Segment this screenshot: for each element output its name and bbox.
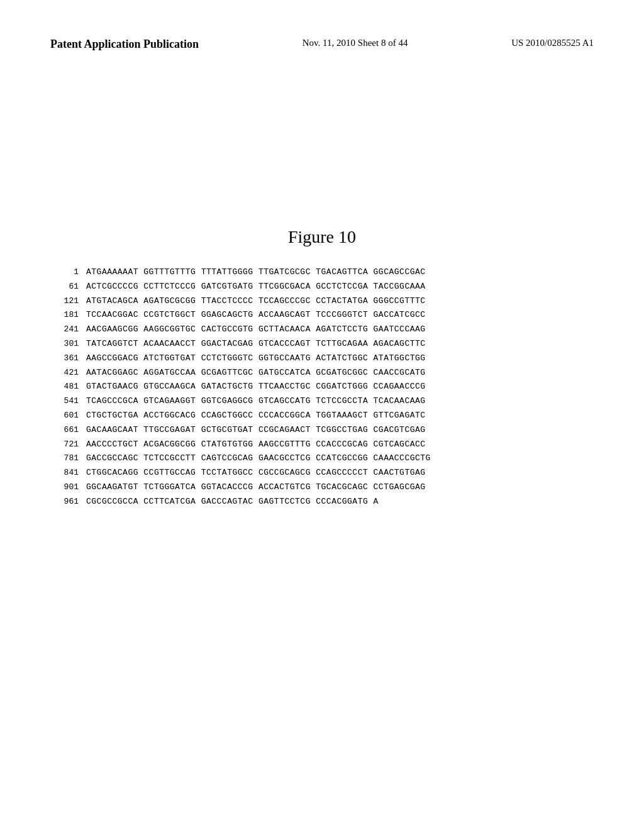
sequence-row: 421AATACGGAGC AGGATGCCAA GCGAGTTCGC GATG…: [50, 367, 594, 380]
sequence-data: AAGCCGGACG ATCTGGTGAT CCTCTGGGTC GGTGCCA…: [86, 352, 426, 365]
sequence-row: 61ACTCGCCCCG CCTTCTCCCG GATCGTGATG TTCGG…: [50, 280, 594, 294]
sequence-data: AATACGGAGC AGGATGCCAA GCGAGTTCGC GATGCCA…: [86, 367, 426, 380]
sequence-number: 901: [50, 481, 79, 494]
sequence-number: 661: [50, 424, 79, 437]
sequence-data: GACAAGCAAT TTGCCGAGAT GCTGCGTGAT CCGCAGA…: [86, 424, 426, 437]
sequence-row: 181TCCAACGGAC CCGTCTGGCT GGAGCAGCTG ACCA…: [50, 309, 594, 322]
sequence-number: 721: [50, 438, 79, 451]
sequence-data: AACCCCTGCT ACGACGGCGG CTATGTGTGG AAGCCGT…: [86, 438, 426, 451]
sequence-data: ATGTACAGCA AGATGCGCGG TTACCTCCCC TCCAGCC…: [86, 295, 426, 308]
sequence-row: 1ATGAAAAAAT GGTTTGTTTG TTTATTGGGG TTGATC…: [50, 266, 594, 279]
sequence-row: 361AAGCCGGACG ATCTGGTGAT CCTCTGGGTC GGTG…: [50, 352, 594, 365]
figure-title: Figure 10: [50, 227, 594, 247]
sequence-data: GTACTGAACG GTGCCAAGCA GATACTGCTG TTCAACC…: [86, 380, 426, 394]
sequence-row: 481GTACTGAACG GTGCCAAGCA GATACTGCTG TTCA…: [50, 380, 594, 394]
sequence-row: 301TATCAGGTCT ACAACAACCT GGACTACGAG GTCA…: [50, 338, 594, 351]
publication-number: US 2010/0285525 A1: [511, 38, 594, 48]
sequence-data: TATCAGGTCT ACAACAACCT GGACTACGAG GTCACCC…: [86, 338, 426, 351]
sequence-number: 361: [50, 352, 79, 365]
sequence-number: 481: [50, 380, 79, 394]
sequence-number: 781: [50, 452, 79, 465]
sequence-row: 121ATGTACAGCA AGATGCGCGG TTACCTCCCC TCCA…: [50, 295, 594, 308]
sequence-number: 421: [50, 367, 79, 380]
sequence-data: CTGCTGCTGA ACCTGGCACG CCAGCTGGCC CCCACCG…: [86, 409, 426, 423]
sequence-data: GACCGCCAGC TCTCCGCCTT CAGTCCGCAG GAACGCC…: [86, 452, 431, 465]
sequence-number: 181: [50, 309, 79, 322]
page-header: Patent Application Publication Nov. 11, …: [50, 38, 594, 51]
sequence-number: 601: [50, 409, 79, 423]
sequence-row: 961CGCGCCGCCA CCTTCATCGA GACCCAGTAC GAGT…: [50, 495, 594, 509]
sequence-row: 841CTGGCACAGG CCGTTGCCAG TCCTATGGCC CGCC…: [50, 467, 594, 480]
sequence-data: ACTCGCCCCG CCTTCTCCCG GATCGTGATG TTCGGCG…: [86, 280, 426, 294]
publication-title: Patent Application Publication: [50, 38, 199, 51]
sequence-data: TCAGCCCGCA GTCAGAAGGT GGTCGAGGCG GTCAGCC…: [86, 395, 426, 408]
sequence-row: 661GACAAGCAAT TTGCCGAGAT GCTGCGTGAT CCGC…: [50, 424, 594, 437]
publication-date-sheet: Nov. 11, 2010 Sheet 8 of 44: [303, 38, 408, 48]
sequence-row: 721AACCCCTGCT ACGACGGCGG CTATGTGTGG AAGC…: [50, 438, 594, 451]
sequence-row: 541TCAGCCCGCA GTCAGAAGGT GGTCGAGGCG GTCA…: [50, 395, 594, 408]
sequence-row: 901GGCAAGATGT TCTGGGATCA GGTACACCCG ACCA…: [50, 481, 594, 494]
sequence-number: 301: [50, 338, 79, 351]
sequence-row: 241AACGAAGCGG AAGGCGGTGC CACTGCCGTG GCTT…: [50, 323, 594, 336]
sequence-data: CGCGCCGCCA CCTTCATCGA GACCCAGTAC GAGTTCC…: [86, 495, 379, 509]
sequence-number: 961: [50, 495, 79, 509]
sequence-number: 541: [50, 395, 79, 408]
sequence-data: ATGAAAAAAT GGTTTGTTTG TTTATTGGGG TTGATCG…: [86, 266, 426, 279]
sequence-number: 121: [50, 295, 79, 308]
sequence-data: TCCAACGGAC CCGTCTGGCT GGAGCAGCTG ACCAAGC…: [86, 309, 426, 322]
patent-page: Patent Application Publication Nov. 11, …: [0, 0, 644, 830]
sequence-number: 1: [50, 266, 79, 279]
sequence-row: 601CTGCTGCTGA ACCTGGCACG CCAGCTGGCC CCCA…: [50, 409, 594, 423]
sequence-number: 841: [50, 467, 79, 480]
sequence-data: GGCAAGATGT TCTGGGATCA GGTACACCCG ACCACTG…: [86, 481, 426, 494]
sequence-listing: 1ATGAAAAAAT GGTTTGTTTG TTTATTGGGG TTGATC…: [50, 266, 594, 509]
sequence-data: CTGGCACAGG CCGTTGCCAG TCCTATGGCC CGCCGCA…: [86, 467, 426, 480]
sequence-number: 61: [50, 280, 79, 294]
sequence-row: 781GACCGCCAGC TCTCCGCCTT CAGTCCGCAG GAAC…: [50, 452, 594, 465]
sequence-data: AACGAAGCGG AAGGCGGTGC CACTGCCGTG GCTTACA…: [86, 323, 426, 336]
sequence-number: 241: [50, 323, 79, 336]
